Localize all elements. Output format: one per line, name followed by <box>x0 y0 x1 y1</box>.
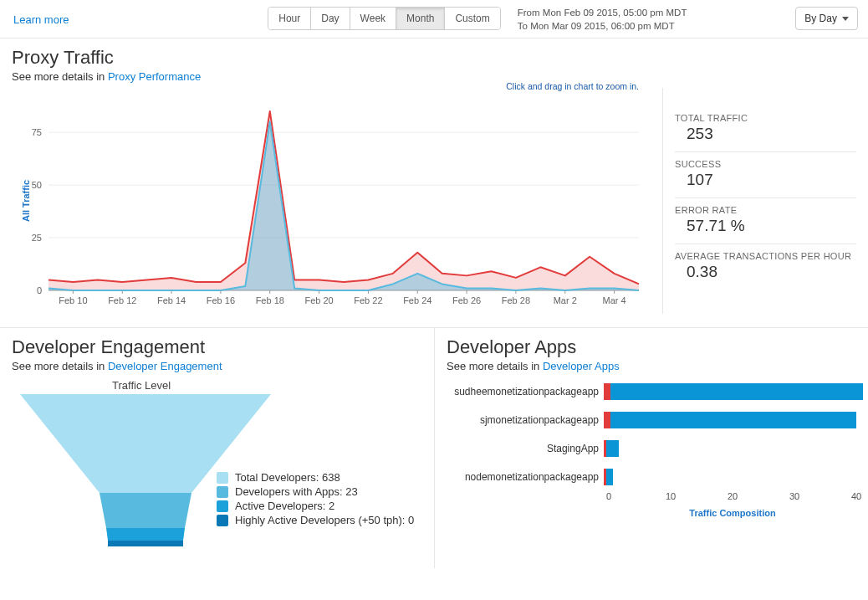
svg-text:Feb 12: Feb 12 <box>108 295 136 305</box>
stat-total-traffic: TOTAL TRAFFIC 253 <box>675 106 856 151</box>
seg-month-button[interactable]: Month <box>396 8 445 29</box>
bar-category-label: sudheemonetizationpackageapp <box>447 386 604 397</box>
proxy-subtitle: See more details in Proxy Performance <box>12 70 856 83</box>
bar-track <box>604 440 856 457</box>
apps-x-axis: 010203040 <box>609 491 856 506</box>
proxy-y-axis-label: All Traffic <box>21 180 31 222</box>
apps-bar-chart[interactable]: sudheemonetizationpackageappsjmonetizati… <box>447 377 856 491</box>
bar-success <box>606 440 619 457</box>
legend-item: Total Developers: 638 <box>217 471 414 484</box>
swatch-icon <box>217 486 228 498</box>
bar-row[interactable]: StagingApp <box>447 434 856 463</box>
seg-custom-button[interactable]: Custom <box>445 8 499 29</box>
svg-text:Feb 28: Feb 28 <box>502 295 530 305</box>
proxy-traffic-section: Proxy Traffic See more details in Proxy … <box>0 38 868 327</box>
seg-hour-button[interactable]: Hour <box>268 8 311 29</box>
svg-marker-34 <box>100 493 191 528</box>
apps-title: Developer Apps <box>447 336 856 358</box>
bar-row[interactable]: sjmonetizationpackageapp <box>447 406 856 434</box>
proxy-traffic-chart[interactable]: Click and drag in chart to zoom in. All … <box>12 88 647 314</box>
funnel-title: Traffic Level <box>112 379 171 392</box>
learn-more-link[interactable]: Learn more <box>13 13 69 26</box>
granularity-dropdown[interactable]: By Day <box>795 7 858 30</box>
developer-engagement-link[interactable]: Developer Engagement <box>108 360 222 372</box>
svg-text:Feb 22: Feb 22 <box>354 295 382 305</box>
svg-text:Feb 24: Feb 24 <box>403 295 431 305</box>
seg-day-button[interactable]: Day <box>311 8 350 29</box>
bottom-row: Developer Engagement See more details in… <box>0 328 868 568</box>
svg-text:0: 0 <box>37 285 42 295</box>
legend-item: Developers with Apps: 23 <box>217 485 414 498</box>
axis-tick: 20 <box>728 491 738 501</box>
proxy-performance-link[interactable]: Proxy Performance <box>108 70 201 83</box>
stat-avg-tph: AVERAGE TRANSACTIONS PER HOUR 0.38 <box>675 244 856 290</box>
legend-item: Active Developers: 2 <box>217 500 414 512</box>
svg-text:Feb 26: Feb 26 <box>452 295 481 305</box>
seg-week-button[interactable]: Week <box>350 8 396 29</box>
zoom-hint: Click and drag in chart to zoom in. <box>506 81 639 91</box>
svg-text:Feb 16: Feb 16 <box>207 295 235 305</box>
apps-subtitle: See more details in Developer Apps <box>447 360 856 372</box>
apps-x-axis-label: Traffic Composition <box>609 508 856 518</box>
bar-category-label: StagingApp <box>447 443 604 454</box>
stat-error-rate: ERROR RATE 57.71 % <box>675 197 856 244</box>
engagement-title: Developer Engagement <box>12 336 422 358</box>
developer-apps-link[interactable]: Developer Apps <box>543 360 620 372</box>
svg-text:Feb 10: Feb 10 <box>59 295 87 305</box>
range-from-value: Mon Feb 09 2015, 05:00 pm MDT <box>543 8 687 18</box>
svg-marker-35 <box>106 528 185 541</box>
svg-text:25: 25 <box>32 233 42 243</box>
bar-category-label: sjmonetizationpackageapp <box>447 414 604 426</box>
svg-text:Feb 20: Feb 20 <box>304 295 333 305</box>
svg-text:Feb 14: Feb 14 <box>157 295 186 305</box>
chevron-down-icon <box>842 17 849 21</box>
bar-track <box>604 412 856 428</box>
axis-tick: 0 <box>606 491 611 501</box>
axis-tick: 10 <box>666 491 676 501</box>
date-range-display: From Mon Feb 09 2015, 05:00 pm MDT To Mo… <box>513 7 692 33</box>
bar-error <box>604 383 610 400</box>
axis-tick: 30 <box>789 491 799 501</box>
bar-track <box>604 469 856 485</box>
svg-marker-36 <box>108 541 183 546</box>
bar-row[interactable]: nodemonetizationpackageapp <box>447 463 856 491</box>
bar-row[interactable]: sudheemonetizationpackageapp <box>447 377 856 406</box>
axis-tick: 40 <box>851 491 861 501</box>
range-to-label: To <box>518 21 528 31</box>
range-from-label: From <box>518 8 540 18</box>
toolbar: Learn more Hour Day Week Month Custom Fr… <box>0 0 868 38</box>
svg-text:Mar 4: Mar 4 <box>603 295 626 305</box>
swatch-icon <box>217 515 228 526</box>
time-range-segmented: Hour Day Week Month Custom <box>268 7 501 30</box>
funnel-chart[interactable]: Traffic Level Total Developers: 638 Deve… <box>12 379 422 555</box>
proxy-traffic-title: Proxy Traffic <box>12 47 856 69</box>
bar-category-label: nodemonetizationpackageapp <box>447 471 604 483</box>
svg-text:75: 75 <box>32 127 42 137</box>
svg-text:Feb 18: Feb 18 <box>256 295 284 305</box>
engagement-subtitle: See more details in Developer Engagement <box>12 360 422 372</box>
bar-success <box>610 383 863 400</box>
svg-text:50: 50 <box>32 180 42 190</box>
bar-track <box>604 383 856 400</box>
stat-success: SUCCESS 107 <box>675 151 856 197</box>
legend-item: Highly Active Developers (+50 tph): 0 <box>217 514 414 526</box>
svg-text:Mar 2: Mar 2 <box>554 295 577 305</box>
swatch-icon <box>217 500 228 512</box>
swatch-icon <box>217 472 228 484</box>
bar-error <box>604 412 610 428</box>
granularity-label: By Day <box>804 13 837 24</box>
developer-apps-section: Developer Apps See more details in Devel… <box>434 328 868 568</box>
funnel-legend: Total Developers: 638 Developers with Ap… <box>217 469 414 528</box>
proxy-stats: TOTAL TRAFFIC 253 SUCCESS 107 ERROR RATE… <box>662 88 856 314</box>
range-to-value: Mon Mar 09 2015, 06:00 pm MDT <box>530 21 675 31</box>
bar-success <box>610 412 856 428</box>
developer-engagement-section: Developer Engagement See more details in… <box>0 328 434 568</box>
bar-success <box>606 469 613 485</box>
